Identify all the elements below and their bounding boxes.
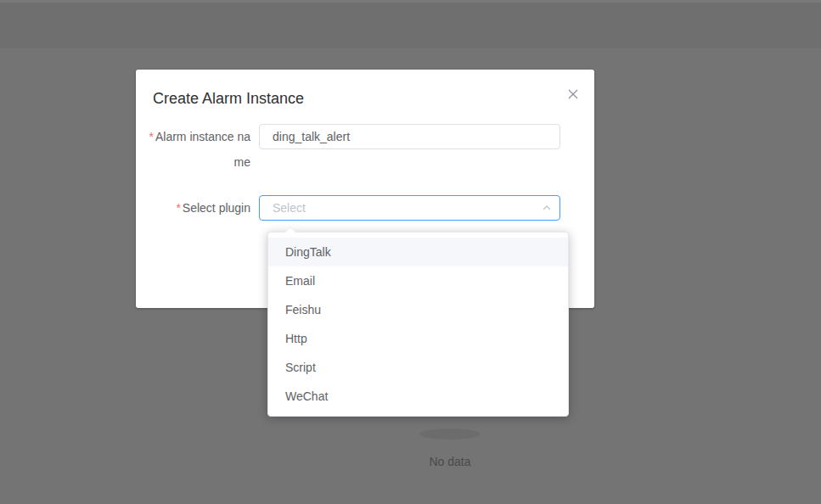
dropdown-option-wechat[interactable]: WeChat bbox=[268, 382, 568, 411]
select-plugin-label: *Select plugin bbox=[142, 195, 259, 221]
dialog-body: *Alarm instance name *Select plugin bbox=[136, 109, 594, 221]
alarm-name-field-row: *Alarm instance name bbox=[142, 124, 573, 175]
close-button[interactable] bbox=[565, 87, 581, 103]
dropdown-option-email[interactable]: Email bbox=[268, 266, 568, 295]
plugin-dropdown: DingTalk Email Feishu Http Script WeChat bbox=[267, 227, 569, 417]
dropdown-option-http[interactable]: Http bbox=[268, 324, 568, 353]
dialog-header: Create Alarm Instance bbox=[136, 70, 594, 109]
required-asterisk: * bbox=[149, 130, 153, 143]
dropdown-panel: DingTalk Email Feishu Http Script WeChat bbox=[267, 232, 569, 417]
alarm-name-input[interactable] bbox=[259, 124, 560, 149]
required-asterisk: * bbox=[176, 201, 180, 215]
dropdown-option-script[interactable]: Script bbox=[268, 353, 568, 382]
dropdown-option-feishu[interactable]: Feishu bbox=[268, 295, 568, 324]
dropdown-option-dingtalk[interactable]: DingTalk bbox=[268, 238, 568, 266]
alarm-name-label: *Alarm instance name bbox=[142, 124, 259, 175]
select-plugin-control bbox=[259, 195, 560, 221]
alarm-name-label-text: Alarm instance name bbox=[155, 130, 250, 169]
plugin-select-input[interactable] bbox=[259, 195, 560, 221]
alarm-name-control bbox=[259, 124, 560, 149]
select-plugin-field-row: *Select plugin bbox=[142, 195, 573, 221]
close-icon bbox=[567, 88, 579, 103]
select-plugin-label-text: Select plugin bbox=[183, 201, 250, 215]
dialog-title: Create Alarm Instance bbox=[153, 88, 577, 109]
plugin-select[interactable] bbox=[259, 195, 560, 221]
